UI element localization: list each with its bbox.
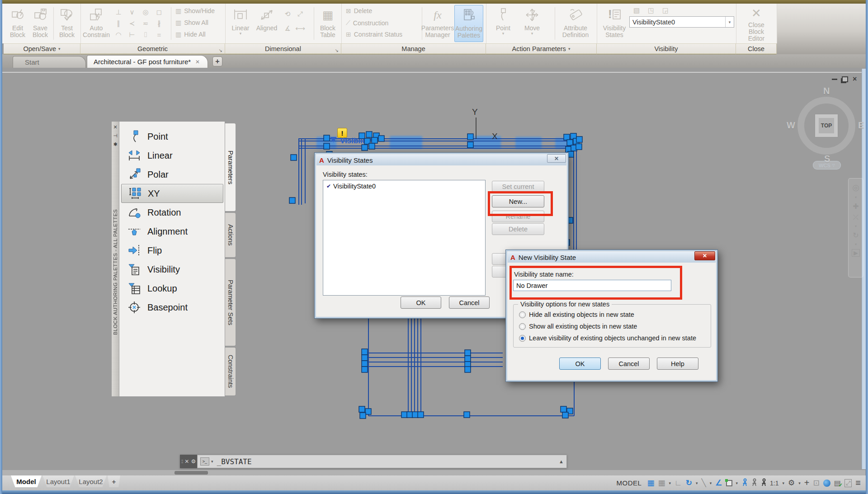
linear-dim-button[interactable]: Linear ▾ bbox=[229, 5, 252, 42]
graphics-performance-icon[interactable] bbox=[823, 480, 830, 487]
customization-menu-icon[interactable]: ≡ bbox=[855, 478, 861, 488]
annotation-scale-value[interactable]: 1:1 bbox=[770, 480, 778, 487]
visibility-ok-button[interactable]: OK bbox=[401, 296, 441, 309]
pan-icon[interactable]: ✚ bbox=[853, 202, 859, 211]
panel-label-geometric[interactable]: Geometric↘ bbox=[80, 43, 225, 54]
hide-all-constraints-button[interactable]: ▥ Hide All bbox=[175, 31, 206, 38]
palette-item-rotation[interactable]: Rotation bbox=[121, 203, 223, 222]
clean-screen-icon[interactable]: ⤢ bbox=[844, 479, 852, 487]
horizontal-constraint-icon[interactable]: ≂ bbox=[140, 19, 151, 28]
palette-tab-constraints[interactable]: Constraints bbox=[225, 347, 236, 396]
palette-tab-actions[interactable]: Actions bbox=[225, 212, 236, 258]
palette-item-linear[interactable]: Linear bbox=[121, 146, 223, 165]
restore-icon[interactable] bbox=[842, 76, 848, 82]
parallel-constraint-icon[interactable]: ∥ bbox=[113, 19, 124, 28]
object-snap-icon[interactable] bbox=[726, 480, 732, 486]
command-close-icon[interactable]: ✕ bbox=[184, 458, 189, 465]
isodraft-icon[interactable]: ╲ bbox=[702, 478, 706, 488]
horizontal-scrollbar-thumb[interactable] bbox=[175, 471, 208, 475]
distance-lock-icon[interactable]: ⟷ bbox=[295, 24, 306, 33]
snap-icon[interactable]: ▦ bbox=[658, 478, 665, 488]
construction-geometry-button[interactable]: ⟋ Construction bbox=[346, 19, 388, 27]
annotation-monitor-icon[interactable] bbox=[760, 478, 766, 488]
collinear-constraint-icon[interactable]: ≺ bbox=[127, 19, 137, 28]
new-state-help-button[interactable]: Help bbox=[657, 358, 698, 370]
visibility-state-combo[interactable]: VisibilityState0 ▾ bbox=[629, 16, 734, 28]
palette-item-alignment[interactable]: Alignment bbox=[121, 222, 223, 241]
viewcube-west[interactable]: W bbox=[787, 120, 795, 131]
isodraft-caret-icon[interactable]: ▾ bbox=[710, 481, 712, 485]
command-line-handle[interactable]: ⁞⁞ ✕ ⚙ bbox=[180, 455, 197, 468]
move-action-button[interactable]: Move ▾ bbox=[521, 5, 543, 42]
tab-start[interactable]: Start bbox=[13, 56, 86, 68]
constraint-status-button[interactable]: ⊞ Constraint Status bbox=[346, 31, 402, 38]
layout2-tab[interactable]: Layout2 bbox=[75, 475, 107, 487]
visibility-state-combo-caret[interactable]: ▾ bbox=[725, 17, 734, 27]
make-visible-icon[interactable]: ◳ bbox=[646, 5, 656, 15]
palette-autohide-icon[interactable]: ⊣ bbox=[113, 133, 118, 139]
visibility-state-row[interactable]: ✔ VisibilityState0 bbox=[323, 180, 485, 190]
rename-button[interactable]: Rename bbox=[492, 211, 544, 222]
minimize-icon[interactable] bbox=[832, 79, 837, 80]
radial-dim-icon[interactable]: ⤢ bbox=[295, 9, 306, 19]
annotation-autoscale-icon[interactable] bbox=[751, 478, 757, 488]
palette-item-flip[interactable]: Flip bbox=[121, 241, 223, 260]
new-state-close-button[interactable]: ✕ bbox=[694, 251, 715, 260]
visibility-states-close-button[interactable]: ✕ bbox=[547, 154, 566, 163]
polar-caret-icon[interactable]: ▾ bbox=[696, 481, 698, 485]
smooth-constraint-icon[interactable]: ◠ bbox=[113, 30, 124, 40]
nav-caret2-icon[interactable]: ▾ bbox=[855, 224, 857, 228]
visibility-states-list[interactable]: ✔ VisibilityState0 bbox=[323, 180, 486, 296]
workspace-caret-icon[interactable]: ▾ bbox=[798, 481, 801, 485]
ortho-icon[interactable]: ∟ bbox=[675, 479, 682, 488]
angular-dim-icon[interactable]: ⟲ bbox=[282, 9, 293, 19]
close-window-icon[interactable]: × bbox=[853, 75, 857, 83]
isolate-objects-icon[interactable]: ⊡ bbox=[813, 478, 820, 488]
viewcube-east[interactable]: E bbox=[858, 120, 864, 131]
tangent-constraint-icon[interactable]: ∨ bbox=[127, 7, 137, 17]
osnap-caret-icon[interactable]: ▾ bbox=[736, 481, 738, 485]
new-visibility-state-titlebar[interactable]: A New Visibility State bbox=[508, 252, 716, 263]
radio-hide-all[interactable] bbox=[519, 311, 526, 318]
auto-constrain-button[interactable]: Auto Constrain bbox=[83, 5, 109, 42]
symmetric-constraint-icon[interactable]: ⊢ bbox=[127, 30, 137, 40]
panel-label-action-parameters[interactable]: Action Parameters▾ bbox=[486, 43, 597, 54]
vertical-constraint-icon[interactable]: ∦ bbox=[154, 19, 165, 28]
visibility-mode-icon[interactable]: ▧ bbox=[631, 5, 642, 15]
angle-lock-icon[interactable]: ∡ bbox=[282, 24, 293, 33]
option-leave-unchanged[interactable]: Leave visibility of existing objects unc… bbox=[519, 334, 696, 342]
palette-item-visibility[interactable]: Visibility bbox=[121, 260, 223, 279]
trusted-autoload-icon[interactable]: ▤✓ bbox=[834, 479, 841, 487]
wcs-menu[interactable]: WCS ▽ bbox=[813, 161, 841, 169]
layout1-tab[interactable]: Layout1 bbox=[42, 475, 74, 487]
make-invisible-icon[interactable]: ◲ bbox=[660, 5, 671, 15]
option-show-all[interactable]: Show all existing objects in new state bbox=[519, 323, 637, 330]
panel-label-open-save[interactable]: Open/Save▾ bbox=[4, 43, 80, 54]
nav-caret3-icon[interactable]: ▾ bbox=[855, 242, 857, 246]
attribute-definition-button[interactable]: Attribute Definition bbox=[559, 5, 592, 42]
visibility-states-button[interactable]: ! Visibility States bbox=[600, 5, 628, 42]
close-block-editor-button[interactable]: ✕ Close Block Editor bbox=[741, 5, 772, 42]
horizontal-scrollbar[interactable] bbox=[0, 470, 865, 475]
navwheel-icon[interactable]: ◎ bbox=[852, 183, 859, 193]
equal-constraint-icon[interactable]: = bbox=[154, 30, 165, 40]
option-hide-all[interactable]: Hide all existing objects in new state bbox=[519, 311, 634, 318]
palette-item-basepoint[interactable]: Basepoint bbox=[121, 298, 223, 317]
palette-item-xy[interactable]: XY bbox=[121, 184, 223, 203]
block-table-button[interactable]: ▦ Block Table bbox=[316, 5, 339, 42]
tab-drawing-active[interactable]: Architectural - GF post furniture* ✕ bbox=[87, 55, 208, 68]
palette-close-icon[interactable]: ✕ bbox=[113, 124, 117, 130]
model-space-label[interactable]: MODEL bbox=[617, 479, 642, 487]
command-history-up-icon[interactable]: ▲ bbox=[559, 459, 564, 464]
command-prompt-icon[interactable]: >_ bbox=[200, 457, 209, 466]
delete-constraints-button[interactable]: ⊠ Delete bbox=[346, 7, 372, 14]
scale-caret-icon[interactable]: ▾ bbox=[783, 481, 785, 485]
radio-show-all[interactable] bbox=[519, 323, 526, 330]
dimensional-launcher-icon[interactable]: ↘ bbox=[335, 48, 339, 53]
visibility-cancel-button[interactable]: Cancel bbox=[449, 296, 490, 309]
viewcube-top-face[interactable]: TOP bbox=[815, 114, 838, 137]
new-layout-button[interactable]: + bbox=[108, 475, 120, 487]
radio-leave-unchanged[interactable] bbox=[519, 335, 526, 342]
visibility-states-titlebar[interactable]: A Visibility States bbox=[316, 155, 566, 165]
annotation-visibility-icon[interactable] bbox=[741, 478, 747, 488]
